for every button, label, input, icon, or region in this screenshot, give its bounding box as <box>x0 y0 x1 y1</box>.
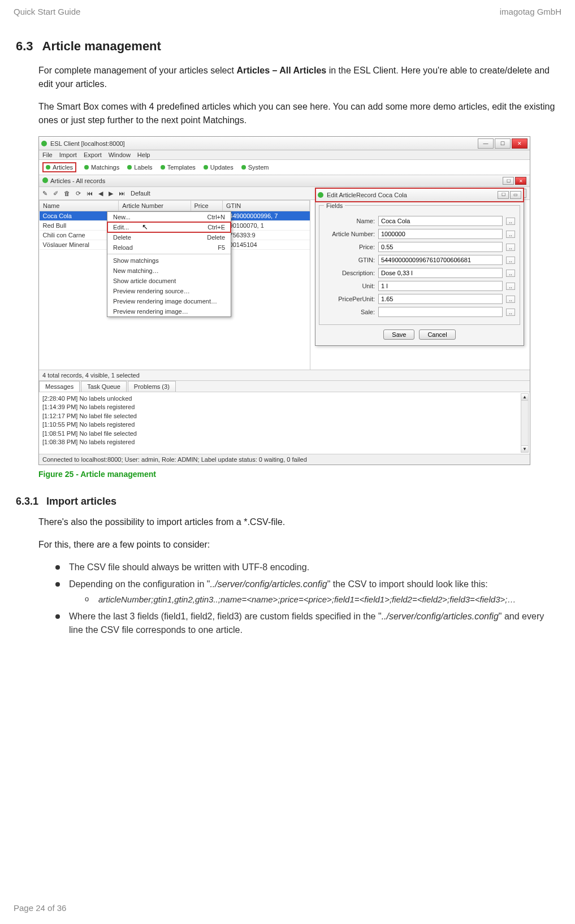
input-name[interactable] <box>378 216 503 226</box>
para-1b-strong: Articles – All Articles <box>236 66 326 75</box>
ctx-edit[interactable]: Edit...Ctrl+E <box>107 222 231 232</box>
figure-screenshot: ESL Client [localhost:8000] — ☐ ✕ File I… <box>38 136 559 465</box>
ctx-prev-source[interactable]: Preview rendering source… <box>107 286 231 296</box>
log-line: [2:28:40 PM] No labels unlocked <box>42 394 526 403</box>
col-gtin[interactable]: GTIN <box>223 201 310 211</box>
save-button[interactable]: Save <box>383 329 414 340</box>
pill-labels[interactable]: Labels <box>127 164 152 171</box>
app-title: ESL Client [localhost:8000] <box>50 140 125 147</box>
more-icon[interactable]: .. <box>506 244 515 251</box>
ctx-show-doc[interactable]: Show article document <box>107 276 231 286</box>
col-price[interactable]: Price <box>191 201 222 211</box>
input-price-per-unit[interactable] <box>378 294 503 304</box>
pill-system[interactable]: System <box>241 164 269 171</box>
pill-matchings[interactable]: Matchings <box>84 164 119 171</box>
sub-restore-button[interactable]: ☐ <box>503 177 514 185</box>
toolbar-default-label: Default <box>131 190 150 197</box>
ctx-label: Preview rendering image document… <box>113 298 217 305</box>
para-1: For complete management of your articles… <box>38 64 559 91</box>
pill-system-label: System <box>248 164 269 171</box>
ctx-label: New matching… <box>113 267 159 274</box>
ctx-prev-imgdoc[interactable]: Preview rendering image document… <box>107 296 231 306</box>
input-gtin[interactable] <box>378 255 503 265</box>
pill-updates[interactable]: Updates <box>204 164 234 171</box>
dot-icon <box>84 165 89 170</box>
maximize-button[interactable]: ☐ <box>495 138 511 149</box>
more-icon[interactable]: .. <box>506 309 515 316</box>
edit-window-title: Edit ArticleRecord Coca Cola <box>327 192 407 198</box>
input-article-number[interactable] <box>378 229 503 239</box>
delete-icon[interactable]: 🗑 <box>64 190 70 197</box>
ctx-shortcut: Delete <box>207 234 225 241</box>
ctx-reload[interactable]: ReloadF5 <box>107 242 231 253</box>
app-window: ESL Client [localhost:8000] — ☐ ✕ File I… <box>38 136 530 465</box>
tab-messages[interactable]: Messages <box>39 381 80 392</box>
ctx-label: Edit... <box>113 224 129 231</box>
tab-task-queue[interactable]: Task Queue <box>81 381 127 392</box>
sub-window-header: Articles - All records ☐ ✕ <box>39 175 530 187</box>
minimize-button[interactable]: — <box>478 138 494 149</box>
menu-export[interactable]: Export <box>84 151 102 158</box>
scroll-down-icon[interactable]: ▼ <box>521 445 528 452</box>
input-description[interactable] <box>378 268 503 278</box>
sub-para-1: There's also the possibility to import a… <box>38 515 559 529</box>
new-icon[interactable]: ✎ <box>42 190 47 197</box>
menu-import[interactable]: Import <box>59 151 77 158</box>
scroll-up-icon[interactable]: ▲ <box>521 394 528 401</box>
ctx-prev-img[interactable]: Preview rendering image… <box>107 306 231 316</box>
pill-matchings-label: Matchings <box>91 164 119 171</box>
scrollbar[interactable]: ▲ ▼ <box>521 393 529 453</box>
menu-help[interactable]: Help <box>137 151 150 158</box>
first-icon[interactable]: ⏮ <box>87 190 93 197</box>
more-icon[interactable]: .. <box>506 283 515 290</box>
ctx-new-matching[interactable]: New matching… <box>107 266 231 276</box>
prev-icon[interactable]: ◀ <box>98 190 103 197</box>
text: Depending on the configuration in " <box>69 579 210 589</box>
log-line: [1:08:38 PM] No labels registered <box>42 438 526 446</box>
more-icon[interactable]: .. <box>506 296 515 303</box>
next-icon[interactable]: ▶ <box>109 190 113 197</box>
more-icon[interactable]: .. <box>506 231 515 238</box>
input-price[interactable] <box>378 242 503 252</box>
col-number[interactable]: Article Number <box>119 201 191 211</box>
input-sale[interactable] <box>378 307 503 317</box>
dot-icon <box>127 165 132 170</box>
pill-articles[interactable]: Articles <box>42 162 76 172</box>
menu-file[interactable]: File <box>42 151 53 158</box>
dot-icon <box>204 165 208 170</box>
edit-article-window: Edit ArticleRecord Coca Cola ☐ ▭ Fields … <box>315 188 524 346</box>
more-icon[interactable]: .. <box>506 218 515 225</box>
ctx-delete[interactable]: DeleteDelete <box>107 232 231 242</box>
edit-icon[interactable]: ✐ <box>53 190 58 197</box>
cancel-button[interactable]: Cancel <box>419 329 455 340</box>
figure-caption: Figure 25 - Article management <box>38 470 559 479</box>
ctx-new[interactable]: New...Ctrl+N <box>107 212 231 222</box>
tab-problems[interactable]: Problems (3) <box>128 381 176 392</box>
edit-max-button[interactable]: ▭ <box>510 191 521 199</box>
sub-close-button[interactable]: ✕ <box>515 177 526 185</box>
pill-labels-label: Labels <box>134 164 152 171</box>
edit-restore-button[interactable]: ☐ <box>498 191 509 199</box>
close-button[interactable]: ✕ <box>512 138 528 149</box>
ctx-shortcut: F5 <box>218 244 225 251</box>
sub-header-title: Articles - All records <box>50 177 105 184</box>
cell: 2756393:9 <box>223 231 310 240</box>
list-item: Depending on the configuration in "../se… <box>55 578 559 606</box>
ctx-show-matchings[interactable]: Show matchings <box>107 255 231 266</box>
input-unit[interactable] <box>378 281 503 291</box>
ctx-label: Show article document <box>113 277 176 284</box>
pill-templates[interactable]: Templates <box>161 164 196 171</box>
subsection-heading: 6.3.1Import articles <box>16 496 559 507</box>
last-icon[interactable]: ⏭ <box>119 190 125 197</box>
more-icon[interactable]: .. <box>506 257 515 264</box>
col-name[interactable]: Name <box>40 201 119 211</box>
menu-window[interactable]: Window <box>109 151 131 158</box>
log-line: [1:14:39 PM] No labels registered <box>42 403 526 411</box>
reload-icon[interactable]: ⟳ <box>76 190 81 197</box>
more-icon[interactable]: .. <box>506 270 515 277</box>
sub-list-item: articleNumber;gtin1,gtin2,gtin3..;name=<… <box>85 593 559 606</box>
label-gtin: GTIN: <box>324 257 375 263</box>
app-icon <box>41 141 47 146</box>
header-right: imagotag GmbH <box>500 7 561 16</box>
menubar: File Import Export Window Help <box>39 150 530 160</box>
